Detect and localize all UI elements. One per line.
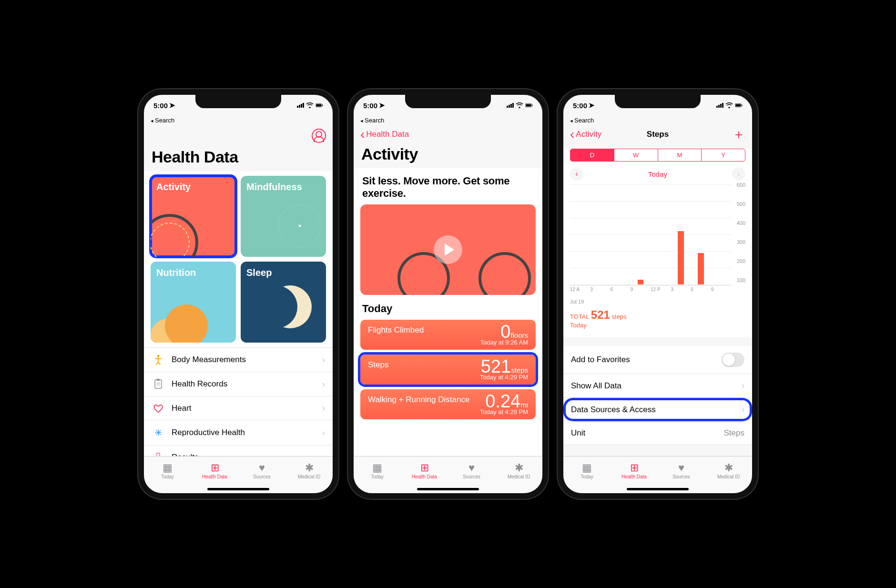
y-tick: 100 (737, 277, 745, 283)
segment-month[interactable]: M (658, 149, 702, 161)
today-icon: ▦ (163, 463, 173, 473)
back-button[interactable]: Activity (570, 130, 601, 139)
health-data-icon: ⊞ (630, 463, 639, 473)
category-sleep[interactable]: Sleep (241, 262, 326, 343)
metric-walking-running-distance[interactable]: Walking + Running Distance 0.24mi Today … (360, 389, 536, 419)
location-icon: ➤ (379, 101, 385, 110)
tab-health-data[interactable]: ⊞Health Data (611, 456, 658, 486)
home-indicator[interactable] (207, 488, 269, 490)
category-grid: Activity Mindfulness Nutrition Sleep (144, 171, 333, 347)
metric-timestamp: Today at 4:29 PM (368, 374, 528, 381)
tab-medical-id[interactable]: ✱Medical ID (495, 456, 542, 486)
list-label: Results (172, 453, 199, 456)
nav-title: Steps (647, 130, 669, 139)
time-range-segment[interactable]: D W M Y (570, 149, 745, 162)
segment-week[interactable]: W (614, 149, 658, 161)
category-mindfulness[interactable]: Mindfulness (241, 176, 326, 257)
segment-year[interactable]: Y (702, 149, 745, 161)
list-row-health-records[interactable]: Health Records › (144, 372, 333, 396)
sources-icon: ♥ (678, 463, 684, 473)
tab-today[interactable]: ▦Today (354, 456, 401, 486)
next-date-button[interactable]: › (732, 167, 745, 181)
health-data-icon: ⊞ (420, 463, 429, 473)
row-show-all-data[interactable]: Show All Data › (563, 374, 752, 398)
y-tick: 500 (737, 201, 745, 207)
signal-icon (716, 103, 723, 108)
tab-sources[interactable]: ♥Sources (658, 456, 705, 486)
phone-activity: 5:00➤ Search Health Data Activity Sit le… (348, 89, 548, 499)
bicycle-icon (397, 228, 531, 295)
heart-icon (152, 404, 165, 413)
category-activity[interactable]: Activity (151, 176, 236, 257)
category-label: Mindfulness (246, 182, 302, 192)
tab-medical-id[interactable]: ✱Medical ID (285, 456, 333, 486)
date-label: Today (648, 170, 667, 178)
back-search-link[interactable]: Search (563, 116, 752, 126)
x-tick: 3 (671, 285, 691, 292)
svg-point-3 (157, 355, 160, 357)
tab-medical-id[interactable]: ✱Medical ID (705, 456, 752, 486)
today-icon: ▦ (582, 463, 592, 473)
dandelion-icon (278, 204, 321, 247)
prev-date-button[interactable]: ‹ (570, 167, 583, 181)
list-row-heart[interactable]: Heart › (144, 396, 333, 420)
nav-bar (144, 126, 333, 148)
tab-health-data[interactable]: ⊞Health Data (401, 456, 448, 486)
chart-bar (678, 231, 684, 284)
total-unit: steps (612, 313, 627, 320)
segment-day[interactable]: D (570, 149, 614, 161)
category-list: Body Measurements › Health Records › Hea… (144, 347, 333, 456)
tab-sources[interactable]: ♥Sources (238, 456, 285, 486)
notch (405, 95, 491, 108)
peach-icon (165, 304, 208, 343)
row-value: Steps (724, 428, 744, 438)
wifi-icon (516, 101, 523, 110)
list-label: Health Records (172, 379, 227, 389)
promo-video-card[interactable] (360, 204, 536, 295)
toggle-switch[interactable] (722, 353, 744, 367)
sources-icon: ♥ (468, 463, 475, 473)
metric-steps[interactable]: Steps 521steps Today at 4:29 PM (360, 355, 536, 385)
chevron-right-icon: › (322, 428, 325, 438)
row-add-to-favorites[interactable]: Add to Favorites (563, 346, 752, 374)
home-indicator[interactable] (627, 488, 689, 490)
svg-rect-1 (316, 104, 321, 106)
y-tick: 600 (737, 182, 745, 188)
list-label: Reproductive Health (172, 428, 245, 437)
x-tick: 3 (590, 285, 610, 292)
list-row-body-measurements[interactable]: Body Measurements › (144, 348, 333, 372)
row-data-sources-access[interactable]: Data Sources & Access › (563, 398, 752, 422)
x-tick: 12 A (570, 285, 590, 292)
category-nutrition[interactable]: Nutrition (151, 262, 236, 343)
signal-icon (297, 103, 304, 108)
body-icon (152, 355, 165, 365)
chevron-right-icon: › (322, 453, 325, 456)
chevron-right-icon: › (322, 403, 325, 413)
x-tick: 6 (691, 285, 711, 292)
section-today: Today (354, 295, 542, 320)
row-unit[interactable]: Unit Steps (563, 422, 752, 445)
chart-bar (638, 280, 644, 285)
add-button[interactable]: ＋ (732, 130, 745, 139)
date-navigator: ‹ Today › (563, 165, 752, 184)
promo-heading: Sit less. Move more. Get some exercise. (354, 168, 542, 204)
svg-rect-10 (532, 104, 532, 106)
row-label: Add to Favorites (571, 355, 630, 365)
row-label: Unit (571, 428, 585, 438)
metric-flights-climbed[interactable]: Flights Climbed 0floors Today at 9:26 AM (360, 320, 536, 350)
tab-health-data[interactable]: ⊞Health Data (191, 456, 238, 486)
steps-chart[interactable]: 600 500 400 300 200 100 12 A36912 P369 (570, 184, 745, 299)
profile-icon[interactable] (312, 129, 326, 143)
tab-today[interactable]: ▦Today (563, 456, 611, 486)
chevron-right-icon: › (322, 379, 325, 389)
home-indicator[interactable] (417, 488, 479, 490)
moon-icon (269, 285, 312, 328)
back-button[interactable]: Health Data (360, 130, 409, 139)
tab-today[interactable]: ▦Today (144, 456, 191, 486)
back-search-link[interactable]: Search (354, 116, 542, 126)
list-row-results[interactable]: Results › (144, 446, 333, 456)
total-sub: Today (570, 322, 745, 329)
list-row-reproductive-health[interactable]: ✳ Reproductive Health › (144, 420, 333, 446)
back-search-link[interactable]: Search (144, 116, 333, 126)
tab-sources[interactable]: ♥Sources (448, 456, 495, 486)
